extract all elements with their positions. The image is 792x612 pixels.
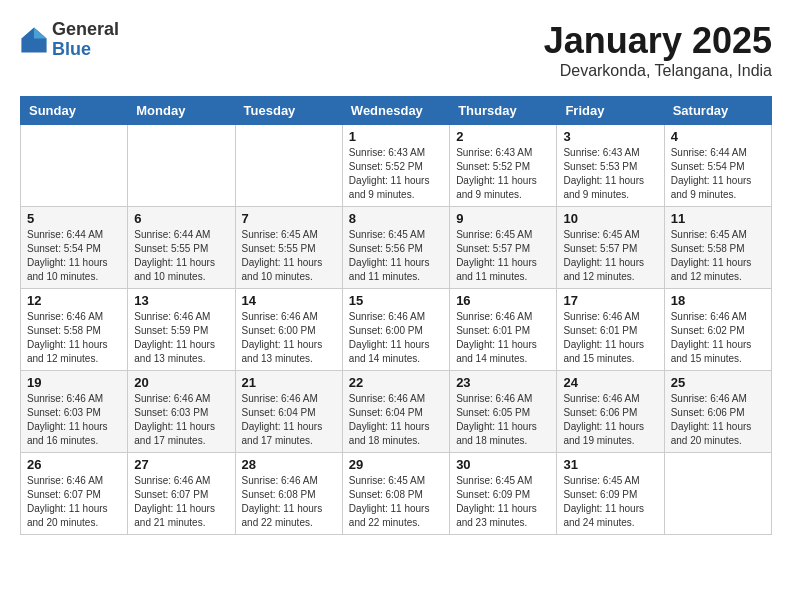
day-number: 31 [563, 457, 657, 472]
calendar-cell: 23Sunrise: 6:46 AM Sunset: 6:05 PM Dayli… [450, 371, 557, 453]
day-info: Sunrise: 6:45 AM Sunset: 5:55 PM Dayligh… [242, 228, 336, 284]
calendar-cell: 18Sunrise: 6:46 AM Sunset: 6:02 PM Dayli… [664, 289, 771, 371]
day-number: 9 [456, 211, 550, 226]
location: Devarkonda, Telangana, India [544, 62, 772, 80]
day-info: Sunrise: 6:46 AM Sunset: 5:59 PM Dayligh… [134, 310, 228, 366]
calendar-cell: 26Sunrise: 6:46 AM Sunset: 6:07 PM Dayli… [21, 453, 128, 535]
day-info: Sunrise: 6:46 AM Sunset: 6:02 PM Dayligh… [671, 310, 765, 366]
calendar-cell: 17Sunrise: 6:46 AM Sunset: 6:01 PM Dayli… [557, 289, 664, 371]
day-info: Sunrise: 6:46 AM Sunset: 6:03 PM Dayligh… [134, 392, 228, 448]
day-info: Sunrise: 6:45 AM Sunset: 6:08 PM Dayligh… [349, 474, 443, 530]
day-number: 13 [134, 293, 228, 308]
day-number: 12 [27, 293, 121, 308]
day-info: Sunrise: 6:46 AM Sunset: 6:01 PM Dayligh… [563, 310, 657, 366]
calendar-week-row: 19Sunrise: 6:46 AM Sunset: 6:03 PM Dayli… [21, 371, 772, 453]
calendar-cell [21, 125, 128, 207]
calendar-week-row: 1Sunrise: 6:43 AM Sunset: 5:52 PM Daylig… [21, 125, 772, 207]
day-info: Sunrise: 6:46 AM Sunset: 6:03 PM Dayligh… [27, 392, 121, 448]
day-of-week-header: Saturday [664, 97, 771, 125]
day-of-week-header: Tuesday [235, 97, 342, 125]
day-number: 5 [27, 211, 121, 226]
logo-general: General [52, 20, 119, 40]
day-number: 30 [456, 457, 550, 472]
day-of-week-header: Sunday [21, 97, 128, 125]
calendar-week-row: 5Sunrise: 6:44 AM Sunset: 5:54 PM Daylig… [21, 207, 772, 289]
day-number: 17 [563, 293, 657, 308]
day-number: 15 [349, 293, 443, 308]
logo-icon [20, 26, 48, 54]
day-number: 28 [242, 457, 336, 472]
day-info: Sunrise: 6:44 AM Sunset: 5:54 PM Dayligh… [671, 146, 765, 202]
day-info: Sunrise: 6:45 AM Sunset: 5:58 PM Dayligh… [671, 228, 765, 284]
calendar-cell [664, 453, 771, 535]
calendar-cell: 8Sunrise: 6:45 AM Sunset: 5:56 PM Daylig… [342, 207, 449, 289]
calendar-week-row: 26Sunrise: 6:46 AM Sunset: 6:07 PM Dayli… [21, 453, 772, 535]
calendar-cell: 28Sunrise: 6:46 AM Sunset: 6:08 PM Dayli… [235, 453, 342, 535]
calendar-cell: 6Sunrise: 6:44 AM Sunset: 5:55 PM Daylig… [128, 207, 235, 289]
calendar-cell: 30Sunrise: 6:45 AM Sunset: 6:09 PM Dayli… [450, 453, 557, 535]
calendar-cell: 12Sunrise: 6:46 AM Sunset: 5:58 PM Dayli… [21, 289, 128, 371]
day-info: Sunrise: 6:45 AM Sunset: 5:56 PM Dayligh… [349, 228, 443, 284]
calendar-cell: 7Sunrise: 6:45 AM Sunset: 5:55 PM Daylig… [235, 207, 342, 289]
calendar-cell: 14Sunrise: 6:46 AM Sunset: 6:00 PM Dayli… [235, 289, 342, 371]
day-number: 6 [134, 211, 228, 226]
day-number: 24 [563, 375, 657, 390]
day-info: Sunrise: 6:43 AM Sunset: 5:52 PM Dayligh… [349, 146, 443, 202]
page-header: General Blue January 2025 Devarkonda, Te… [20, 20, 772, 80]
day-number: 4 [671, 129, 765, 144]
calendar-cell: 10Sunrise: 6:45 AM Sunset: 5:57 PM Dayli… [557, 207, 664, 289]
calendar-cell: 13Sunrise: 6:46 AM Sunset: 5:59 PM Dayli… [128, 289, 235, 371]
day-info: Sunrise: 6:46 AM Sunset: 5:58 PM Dayligh… [27, 310, 121, 366]
day-number: 3 [563, 129, 657, 144]
day-number: 16 [456, 293, 550, 308]
calendar-cell: 19Sunrise: 6:46 AM Sunset: 6:03 PM Dayli… [21, 371, 128, 453]
calendar-cell: 11Sunrise: 6:45 AM Sunset: 5:58 PM Dayli… [664, 207, 771, 289]
calendar-cell: 5Sunrise: 6:44 AM Sunset: 5:54 PM Daylig… [21, 207, 128, 289]
day-info: Sunrise: 6:45 AM Sunset: 5:57 PM Dayligh… [563, 228, 657, 284]
day-number: 2 [456, 129, 550, 144]
day-info: Sunrise: 6:44 AM Sunset: 5:55 PM Dayligh… [134, 228, 228, 284]
day-info: Sunrise: 6:46 AM Sunset: 6:07 PM Dayligh… [27, 474, 121, 530]
day-number: 8 [349, 211, 443, 226]
logo-blue: Blue [52, 40, 119, 60]
calendar-cell: 29Sunrise: 6:45 AM Sunset: 6:08 PM Dayli… [342, 453, 449, 535]
calendar-cell: 16Sunrise: 6:46 AM Sunset: 6:01 PM Dayli… [450, 289, 557, 371]
day-info: Sunrise: 6:46 AM Sunset: 6:00 PM Dayligh… [349, 310, 443, 366]
day-info: Sunrise: 6:44 AM Sunset: 5:54 PM Dayligh… [27, 228, 121, 284]
day-number: 18 [671, 293, 765, 308]
day-number: 19 [27, 375, 121, 390]
day-info: Sunrise: 6:46 AM Sunset: 6:06 PM Dayligh… [563, 392, 657, 448]
svg-marker-1 [34, 27, 47, 38]
calendar-cell [128, 125, 235, 207]
day-info: Sunrise: 6:45 AM Sunset: 6:09 PM Dayligh… [563, 474, 657, 530]
day-info: Sunrise: 6:46 AM Sunset: 6:08 PM Dayligh… [242, 474, 336, 530]
day-of-week-header: Wednesday [342, 97, 449, 125]
day-of-week-header: Thursday [450, 97, 557, 125]
calendar-table: SundayMondayTuesdayWednesdayThursdayFrid… [20, 96, 772, 535]
day-info: Sunrise: 6:46 AM Sunset: 6:05 PM Dayligh… [456, 392, 550, 448]
day-number: 22 [349, 375, 443, 390]
day-of-week-header: Monday [128, 97, 235, 125]
calendar-cell: 4Sunrise: 6:44 AM Sunset: 5:54 PM Daylig… [664, 125, 771, 207]
day-info: Sunrise: 6:46 AM Sunset: 6:04 PM Dayligh… [349, 392, 443, 448]
day-number: 25 [671, 375, 765, 390]
logo-text: General Blue [52, 20, 119, 60]
day-number: 23 [456, 375, 550, 390]
day-info: Sunrise: 6:45 AM Sunset: 6:09 PM Dayligh… [456, 474, 550, 530]
calendar-cell: 21Sunrise: 6:46 AM Sunset: 6:04 PM Dayli… [235, 371, 342, 453]
day-info: Sunrise: 6:43 AM Sunset: 5:52 PM Dayligh… [456, 146, 550, 202]
calendar-cell: 20Sunrise: 6:46 AM Sunset: 6:03 PM Dayli… [128, 371, 235, 453]
calendar-cell: 24Sunrise: 6:46 AM Sunset: 6:06 PM Dayli… [557, 371, 664, 453]
day-number: 20 [134, 375, 228, 390]
day-number: 7 [242, 211, 336, 226]
day-number: 27 [134, 457, 228, 472]
month-title: January 2025 [544, 20, 772, 62]
day-number: 1 [349, 129, 443, 144]
calendar-cell: 22Sunrise: 6:46 AM Sunset: 6:04 PM Dayli… [342, 371, 449, 453]
day-number: 14 [242, 293, 336, 308]
calendar-cell: 25Sunrise: 6:46 AM Sunset: 6:06 PM Dayli… [664, 371, 771, 453]
calendar-cell: 1Sunrise: 6:43 AM Sunset: 5:52 PM Daylig… [342, 125, 449, 207]
calendar-cell: 3Sunrise: 6:43 AM Sunset: 5:53 PM Daylig… [557, 125, 664, 207]
day-info: Sunrise: 6:45 AM Sunset: 5:57 PM Dayligh… [456, 228, 550, 284]
day-of-week-header: Friday [557, 97, 664, 125]
